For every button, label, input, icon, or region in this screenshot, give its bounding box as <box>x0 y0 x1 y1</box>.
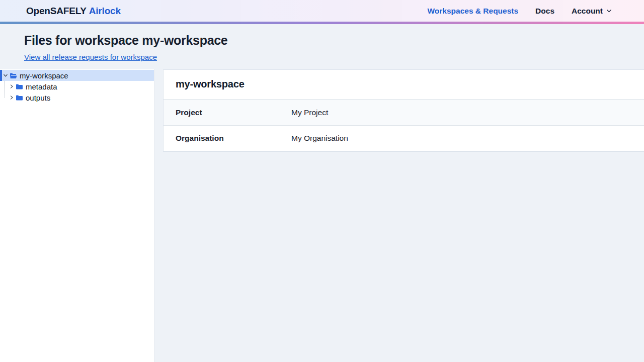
nav-links: Workspaces & Requests Docs Account <box>427 7 612 16</box>
tree-item-label: metadata <box>26 82 57 91</box>
page-title: Files for workspace my-workspace <box>24 33 620 48</box>
view-release-requests-link[interactable]: View all release requests for workspace <box>24 52 157 62</box>
chevron-right-icon[interactable] <box>9 84 14 89</box>
nav-link-account-label: Account <box>572 7 603 16</box>
detail-value-organisation: My Organisation <box>291 134 348 143</box>
navbar: OpenSAFELYAirlock Workspaces & Requests … <box>0 0 644 22</box>
table-row: Organisation My Organisation <box>164 125 644 151</box>
tree-item-metadata[interactable]: metadata <box>0 81 154 92</box>
nav-link-account[interactable]: Account <box>572 7 612 16</box>
folder-icon <box>16 95 23 101</box>
brand-secondary: Airlock <box>89 6 121 16</box>
detail-label-project: Project <box>164 108 291 117</box>
chevron-down-icon[interactable] <box>3 73 8 78</box>
tree-item-label: my-workspace <box>20 71 68 80</box>
content-area: my-workspace metadata outputs my-workspa… <box>0 69 644 362</box>
nav-link-workspaces-requests[interactable]: Workspaces & Requests <box>427 7 518 16</box>
tree-guide-line <box>4 81 5 98</box>
workspace-card: my-workspace Project My Project Organisa… <box>163 69 644 152</box>
open-folder-icon <box>10 72 17 79</box>
tree-item-outputs[interactable]: outputs <box>0 92 154 103</box>
chevron-right-icon[interactable] <box>9 95 14 100</box>
workspace-card-title: my-workspace <box>164 70 644 99</box>
page-header: Files for workspace my-workspace View al… <box>0 24 644 69</box>
table-row: Project My Project <box>164 99 644 125</box>
brand-logo[interactable]: OpenSAFELYAirlock <box>26 6 121 17</box>
file-tree-sidebar: my-workspace metadata outputs <box>0 69 154 362</box>
brand-primary: OpenSAFELY <box>26 6 87 16</box>
detail-value-project: My Project <box>291 108 328 117</box>
tree-item-my-workspace[interactable]: my-workspace <box>0 70 154 81</box>
nav-link-docs[interactable]: Docs <box>535 7 554 16</box>
chevron-down-icon <box>606 8 612 14</box>
folder-icon <box>16 83 23 90</box>
detail-label-organisation: Organisation <box>164 134 291 143</box>
tree-item-label: outputs <box>26 94 50 102</box>
